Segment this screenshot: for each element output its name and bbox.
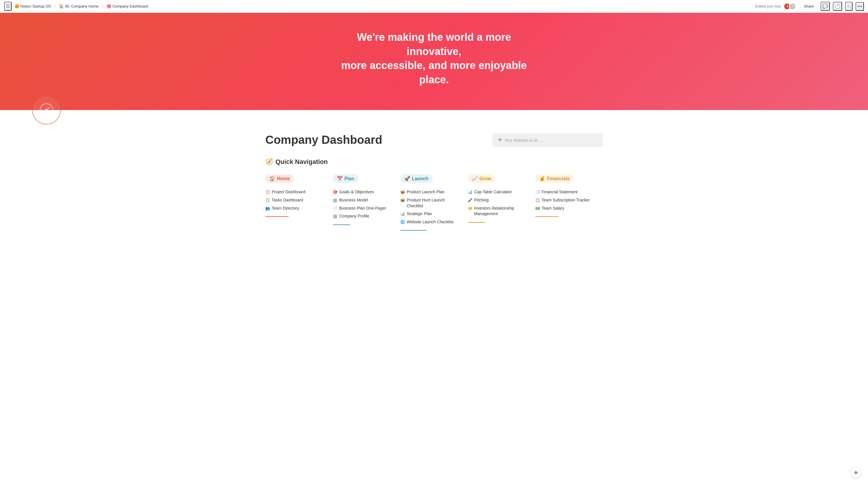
home-items: 📋 Project Dashboard 📋 Tasks Dashboard 👥 … xyxy=(265,188,324,212)
mission-box[interactable]: ⚑ Our mission is to .... xyxy=(492,133,603,147)
category-launch: 🚀 Launch 📦 Product Launch Plan 📦 Product… xyxy=(400,174,468,231)
list-item[interactable]: 📊 Cap Table Calculator xyxy=(468,188,527,196)
menu-button[interactable]: ☰ xyxy=(4,2,12,11)
mission-flag-icon: ⚑ xyxy=(498,137,502,143)
collaborators-avatars: A B xyxy=(784,3,796,10)
category-financials-badge[interactable]: 💰 Financials xyxy=(535,174,574,183)
share-button[interactable]: Share xyxy=(800,3,818,10)
scroll-indicator xyxy=(864,0,868,248)
item-icon: 🎤 xyxy=(468,198,472,203)
grow-underline xyxy=(468,222,485,223)
financials-underline xyxy=(535,216,558,217)
main-content: Company Dashboard ⚑ Our mission is to ..… xyxy=(230,110,638,248)
category-financials: 💰 Financials 📑 Financial Statement 📋 Tea… xyxy=(535,174,603,231)
list-item[interactable]: 📦 Product Hunt Launch Checklist xyxy=(400,196,459,210)
plan-items: 🎯 Goals & Objectives 🏢 Business Model 📄 … xyxy=(333,188,392,220)
item-icon: 📊 xyxy=(468,190,472,195)
list-item[interactable]: 💵 Team Salary xyxy=(535,204,594,212)
grow-cat-icon: 📈 xyxy=(472,176,477,181)
list-item[interactable]: 📄 Business Plan One-Pager xyxy=(333,204,392,212)
item-icon: 🤝 xyxy=(468,206,472,211)
category-plan-badge[interactable]: 📅 Plan xyxy=(333,174,359,183)
compass-icon: 🧭 xyxy=(265,158,273,166)
hero-headline: We're making the world a more innovative… xyxy=(332,30,536,87)
hero-banner: We're making the world a more innovative… xyxy=(0,13,868,110)
breadcrumb-current[interactable]: 🎯 Company Dashboard xyxy=(105,3,149,9)
list-item[interactable]: 📋 Team Subscription Tracker xyxy=(535,196,594,204)
mission-text: Our mission is to .... xyxy=(505,138,544,143)
item-icon: 👥 xyxy=(265,206,270,211)
history-button[interactable]: 🕐 xyxy=(833,2,842,11)
list-item[interactable]: 📋 Tasks Dashboard xyxy=(265,196,324,204)
category-home: 🏠 Home 📋 Project Dashboard 📋 Tasks Dashb… xyxy=(265,174,333,231)
item-icon: 🌐 xyxy=(400,220,405,225)
item-icon: 📄 xyxy=(333,206,337,211)
list-item[interactable]: 🎯 Goals & Objectives xyxy=(333,188,392,196)
topnav-actions: Edited just now A B Share 💬 🕐 ☆ ••• xyxy=(755,2,864,11)
quick-nav-header: 🧭 Quick Navigation xyxy=(265,158,603,166)
category-home-badge[interactable]: 🏠 Home xyxy=(265,174,294,183)
dashboard-hero-icon xyxy=(32,95,61,124)
item-icon: 🏢 xyxy=(333,198,337,203)
edited-label: Edited just now xyxy=(755,4,781,8)
breadcrumb-sep-2: / xyxy=(102,4,103,8)
category-grow-badge[interactable]: 📈 Grow xyxy=(468,174,495,183)
breadcrumb-home[interactable]: 🏠 00. Company Home xyxy=(58,3,100,9)
grow-items: 📊 Cap Table Calculator 🎤 Pitching 🤝 Inve… xyxy=(468,188,527,218)
comment-button[interactable]: 💬 xyxy=(820,2,830,11)
item-icon: 📊 xyxy=(400,211,405,217)
hero-icon-wrapper xyxy=(32,95,61,124)
list-item[interactable]: 📦 Product Launch Plan xyxy=(400,188,459,196)
item-icon: 📋 xyxy=(265,198,270,203)
item-icon: 💵 xyxy=(535,206,540,211)
breadcrumb: ☰ 🟠 Notion Startup OS / 🏠 00. Company Ho… xyxy=(4,2,149,11)
app-name-breadcrumb[interactable]: 🟠 Notion Startup OS xyxy=(13,3,52,9)
plan-cat-icon: 📅 xyxy=(337,176,343,181)
list-item[interactable]: 🏢 Business Model xyxy=(333,196,392,204)
list-item[interactable]: 📑 Financial Statement xyxy=(535,188,594,196)
item-icon: 📑 xyxy=(535,190,540,195)
launch-items: 📦 Product Launch Plan 📦 Product Hunt Lau… xyxy=(400,188,459,226)
home-icon: 🏠 xyxy=(59,4,64,8)
home-cat-icon: 🏠 xyxy=(269,176,275,181)
home-underline xyxy=(265,216,288,217)
breadcrumb-sep-1: / xyxy=(55,4,56,8)
quick-nav-label: Quick Navigation xyxy=(276,158,328,166)
item-icon: 📋 xyxy=(535,198,540,203)
category-plan: 📅 Plan 🎯 Goals & Objectives 🏢 Business M… xyxy=(333,174,400,231)
list-item[interactable]: 🌐 Website Launch Checklist xyxy=(400,218,459,226)
item-icon: 🎯 xyxy=(333,190,337,195)
list-item[interactable]: 🏢 Company Profile xyxy=(333,212,392,220)
financials-cat-icon: 💰 xyxy=(539,176,545,181)
item-icon: 📦 xyxy=(400,190,405,195)
item-icon: 📋 xyxy=(265,190,270,195)
navigation-grid: 🏠 Home 📋 Project Dashboard 📋 Tasks Dashb… xyxy=(265,174,603,231)
avatar-2: B xyxy=(789,3,796,10)
list-item[interactable]: 👥 Team Directory xyxy=(265,204,324,212)
list-item[interactable]: 🎤 Pitching xyxy=(468,196,527,204)
list-item[interactable]: 📋 Project Dashboard xyxy=(265,188,324,196)
favorite-button[interactable]: ☆ xyxy=(845,2,852,11)
topnav: ☰ 🟠 Notion Startup OS / 🏠 00. Company Ho… xyxy=(0,0,868,13)
more-button[interactable]: ••• xyxy=(856,2,864,11)
category-launch-badge[interactable]: 🚀 Launch xyxy=(400,174,433,183)
item-icon: 📦 xyxy=(400,198,405,203)
financials-items: 📑 Financial Statement 📋 Team Subscriptio… xyxy=(535,188,594,212)
category-grow: 📈 Grow 📊 Cap Table Calculator 🎤 Pitching… xyxy=(468,174,535,231)
dashboard-icon: 🎯 xyxy=(106,4,111,8)
launch-underline xyxy=(400,230,427,231)
app-icon: 🟠 xyxy=(14,4,19,8)
list-item[interactable]: 📊 Strategic Plan xyxy=(400,210,459,218)
item-icon: 🏢 xyxy=(333,214,337,219)
list-item[interactable]: 🤝 Investors Relationship Management xyxy=(468,204,527,218)
launch-cat-icon: 🚀 xyxy=(404,176,410,181)
plan-underline xyxy=(333,224,350,225)
